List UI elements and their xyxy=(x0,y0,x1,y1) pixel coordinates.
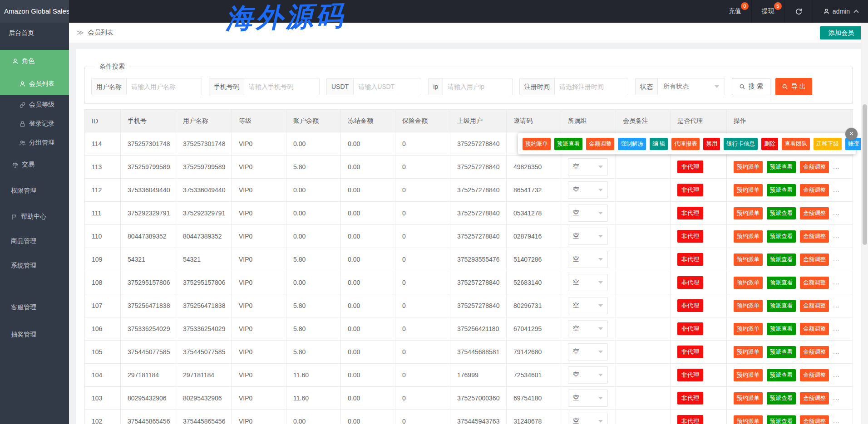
username-input[interactable] xyxy=(127,78,202,95)
row-action-button[interactable]: 金额调整 xyxy=(800,415,829,424)
row-action-button[interactable]: 金额调整 xyxy=(800,207,829,219)
more-actions-trigger[interactable]: ... xyxy=(833,417,840,424)
row-action-button[interactable]: 预约派单 xyxy=(734,369,763,381)
row-action-button[interactable]: 预派查看 xyxy=(767,346,796,358)
row-action-button[interactable]: 预约派单 xyxy=(734,253,763,266)
sidebar-item-member-list[interactable]: 会员列表 xyxy=(0,73,69,95)
row-action-button[interactable]: 预约派单 xyxy=(734,300,763,312)
scrollbar-thumb[interactable] xyxy=(863,104,867,245)
more-actions-trigger[interactable]: ... xyxy=(833,325,840,332)
sidebar-item-roles[interactable]: 角色 xyxy=(0,50,69,73)
popup-action-button[interactable]: 强制解冻 xyxy=(618,138,646,150)
group-select[interactable]: 空 xyxy=(568,413,608,424)
popup-action-button[interactable]: 查看团队 xyxy=(782,138,810,150)
add-member-button[interactable]: 添加会员 xyxy=(820,26,863,39)
popup-action-button[interactable]: 预约派单 xyxy=(523,138,551,150)
more-actions-trigger[interactable]: ... xyxy=(833,394,840,401)
more-actions-trigger[interactable]: ... xyxy=(833,209,840,216)
sidebar-item-customer-service[interactable]: 客服管理 xyxy=(0,298,69,317)
export-button[interactable]: 导 出 xyxy=(775,78,812,95)
row-action-button[interactable]: 预派查看 xyxy=(767,323,796,335)
search-button[interactable]: 搜 索 xyxy=(732,78,770,95)
group-select[interactable]: 空 xyxy=(568,274,608,291)
sidebar-item-lottery[interactable]: 抽奖管理 xyxy=(0,325,69,344)
row-action-button[interactable]: 预派查看 xyxy=(767,230,796,243)
row-action-button[interactable]: 金额调整 xyxy=(800,369,829,381)
row-action-button[interactable]: 预约派单 xyxy=(734,161,763,173)
admin-menu[interactable]: admin xyxy=(813,0,868,23)
group-select[interactable]: 空 xyxy=(568,228,608,245)
popup-action-button[interactable]: 迁移下级 xyxy=(814,138,842,150)
row-action-button[interactable]: 预派查看 xyxy=(767,392,796,405)
group-select[interactable]: 空 xyxy=(568,320,608,337)
ip-input[interactable] xyxy=(443,78,512,95)
row-action-button[interactable]: 金额调整 xyxy=(800,253,829,266)
phone-input[interactable] xyxy=(244,78,319,95)
row-action-button[interactable]: 金额调整 xyxy=(800,300,829,312)
more-actions-trigger[interactable]: ... xyxy=(833,302,840,309)
row-action-button[interactable]: 预派查看 xyxy=(767,415,796,424)
group-select[interactable]: 空 xyxy=(568,181,608,199)
popup-action-button[interactable]: 代理报表 xyxy=(671,138,700,150)
row-action-button[interactable]: 金额调整 xyxy=(800,392,829,405)
regtime-input[interactable] xyxy=(555,78,628,95)
group-select[interactable]: 空 xyxy=(568,366,608,384)
sidebar-item-system[interactable]: 系统管理 xyxy=(0,256,69,275)
row-action-button[interactable]: 金额调整 xyxy=(800,277,829,289)
sidebar-item-permissions[interactable]: 权限管理 xyxy=(0,181,69,200)
group-select[interactable]: 空 xyxy=(568,297,608,314)
row-action-button[interactable]: 金额调整 xyxy=(800,184,829,196)
refresh-button[interactable] xyxy=(784,0,813,23)
more-actions-trigger[interactable]: ... xyxy=(833,163,840,170)
row-action-button[interactable]: 预派查看 xyxy=(767,277,796,289)
more-actions-trigger[interactable]: ... xyxy=(833,348,840,355)
row-action-button[interactable]: 预派查看 xyxy=(767,369,796,381)
withdraw-menu[interactable]: 提现 5 xyxy=(751,0,784,23)
row-action-button[interactable]: 预约派单 xyxy=(734,184,763,196)
sidebar-item-help-center[interactable]: 帮助中心 xyxy=(0,207,69,226)
status-filter[interactable]: 状态 所有状态 xyxy=(635,78,725,95)
row-action-button[interactable]: 预约派单 xyxy=(734,415,763,424)
row-action-button[interactable]: 预派查看 xyxy=(767,300,796,312)
group-select[interactable]: 空 xyxy=(568,205,608,222)
row-action-button[interactable]: 预派查看 xyxy=(767,184,796,196)
row-action-button[interactable]: 金额调整 xyxy=(800,161,829,173)
popup-action-button[interactable]: 编 辑 xyxy=(650,138,668,150)
popup-action-button[interactable]: 金额调整 xyxy=(586,138,614,150)
more-actions-trigger[interactable]: ... xyxy=(833,186,840,193)
row-action-button[interactable]: 预约派单 xyxy=(734,230,763,243)
row-action-button[interactable]: 预派查看 xyxy=(767,161,796,173)
group-select[interactable]: 空 xyxy=(568,158,608,175)
row-action-button[interactable]: 金额调整 xyxy=(800,230,829,243)
row-action-button[interactable]: 预约派单 xyxy=(734,392,763,405)
row-action-button[interactable]: 预约派单 xyxy=(734,277,763,289)
row-action-button[interactable]: 预约派单 xyxy=(734,207,763,219)
sidebar-item-member-level[interactable]: 会员等级 xyxy=(0,95,69,114)
popup-action-button[interactable]: 银行卡信息 xyxy=(724,138,758,150)
row-action-button[interactable]: 金额调整 xyxy=(800,323,829,335)
more-actions-trigger[interactable]: ... xyxy=(833,278,840,286)
popup-action-button[interactable]: 删除 xyxy=(761,138,778,150)
recharge-menu[interactable]: 充值 0 xyxy=(719,0,751,23)
sidebar-item-dashboard[interactable]: 后台首页 xyxy=(0,23,69,43)
usdt-input[interactable] xyxy=(354,78,421,95)
row-action-button[interactable]: 金额调整 xyxy=(800,346,829,358)
group-select[interactable]: 空 xyxy=(568,251,608,268)
close-icon[interactable]: × xyxy=(845,128,858,140)
vertical-scrollbar[interactable] xyxy=(861,23,868,424)
more-actions-trigger[interactable]: ... xyxy=(833,232,840,239)
row-action-button[interactable]: 预约派单 xyxy=(734,346,763,358)
row-action-button[interactable]: 预派查看 xyxy=(767,253,796,266)
row-action-button[interactable]: 预约派单 xyxy=(734,323,763,335)
more-actions-trigger[interactable]: ... xyxy=(833,255,840,263)
group-select[interactable]: 空 xyxy=(568,390,608,407)
popup-action-button[interactable]: 禁用 xyxy=(703,138,720,150)
group-select[interactable]: 空 xyxy=(568,343,608,361)
sidebar-item-products[interactable]: 商品管理 xyxy=(0,232,69,251)
row-action-button[interactable]: 预派查看 xyxy=(767,207,796,219)
more-actions-trigger[interactable]: ... xyxy=(833,371,840,378)
sidebar-item-group-management[interactable]: 分组管理 xyxy=(0,133,69,152)
sidebar-item-transactions[interactable]: 交易 xyxy=(0,155,69,174)
popup-action-button[interactable]: 预派查看 xyxy=(554,138,582,150)
sidebar-item-login-records[interactable]: 登录记录 xyxy=(0,114,69,133)
